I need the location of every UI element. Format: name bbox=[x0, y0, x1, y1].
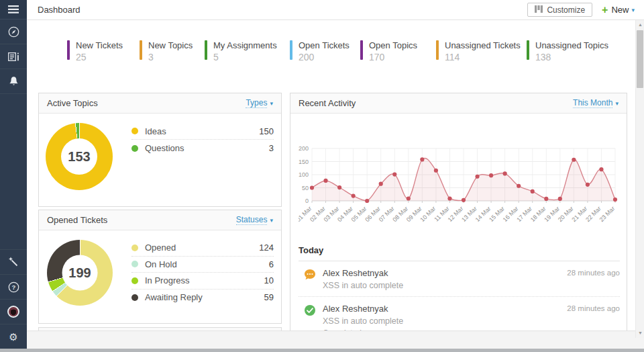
gear-icon: ⚙ bbox=[9, 332, 17, 342]
recent-activity-card: Recent Activity This Month▾ 050100150200… bbox=[290, 93, 627, 331]
chevron-down-icon: ▾ bbox=[270, 100, 273, 107]
legend-value: 124 bbox=[259, 243, 274, 253]
stat-value: 170 bbox=[369, 52, 417, 62]
stat-my-assignments[interactable]: My Assignments5 bbox=[205, 40, 277, 62]
stat-open-tickets[interactable]: Open Tickets200 bbox=[290, 40, 350, 62]
stat-open-topics[interactable]: Open Topics170 bbox=[360, 40, 417, 62]
stat-label: Unassigned Topics bbox=[535, 40, 608, 50]
svg-text:0: 0 bbox=[305, 197, 309, 204]
chevron-down-icon: ▾ bbox=[615, 100, 619, 107]
stat-new-topics[interactable]: New Topics3 bbox=[140, 40, 193, 62]
active-topics-donut-chart: 153 bbox=[46, 123, 113, 190]
card-title: Recent Activity bbox=[299, 98, 356, 108]
legend-label: Opened bbox=[145, 243, 259, 253]
svg-text:100: 100 bbox=[299, 171, 309, 178]
newsfeed-icon bbox=[8, 52, 19, 62]
stat-color-bar bbox=[205, 40, 207, 60]
avatar bbox=[7, 306, 19, 318]
legend-dot bbox=[131, 128, 138, 134]
active-topics-legend: Ideas 150 Questions 3 bbox=[131, 123, 274, 157]
sidebar-item-feed[interactable] bbox=[0, 44, 27, 69]
svg-text:?: ? bbox=[11, 283, 15, 291]
activity-chart: 05010015020001 Mar02 Mar03 Mar04 Mar05 M… bbox=[299, 139, 621, 239]
legend-row: Opened 124 bbox=[131, 240, 274, 257]
activity-user: Alex Reshetnyak bbox=[323, 268, 567, 278]
hamburger-icon bbox=[8, 5, 19, 13]
customize-label: Customize bbox=[547, 5, 585, 15]
new-button[interactable]: + New ▾ bbox=[602, 5, 635, 15]
sidebar-item-notifications[interactable] bbox=[0, 69, 27, 94]
footer-bar bbox=[27, 331, 644, 349]
stat-unassigned-topics[interactable]: Unassigned Topics138 bbox=[527, 40, 608, 62]
statuses-filter-dropdown[interactable]: Statuses▾ bbox=[236, 215, 273, 225]
sidebar-item-help[interactable]: ? bbox=[0, 274, 27, 299]
activity-subject: XSS in auto complete bbox=[323, 281, 567, 290]
svg-text:50: 50 bbox=[302, 185, 309, 191]
types-filter-dropdown[interactable]: Types▾ bbox=[246, 98, 273, 108]
sidebar-item-explore[interactable] bbox=[0, 19, 27, 44]
stat-color-bar bbox=[67, 40, 70, 60]
vertical-scrollbar[interactable]: ▲ ▼ bbox=[635, 20, 644, 338]
plus-icon: + bbox=[602, 5, 608, 15]
legend-value: 6 bbox=[269, 259, 274, 269]
donut-total: 199 bbox=[62, 255, 98, 291]
opened-tickets-donut-chart: 199 bbox=[47, 240, 113, 306]
activity-timestamp: 28 minutes ago bbox=[567, 269, 620, 290]
stat-unassigned-tickets[interactable]: Unassigned Tickets114 bbox=[436, 40, 521, 62]
window-bottom-edge bbox=[0, 349, 644, 352]
menu-toggle-button[interactable] bbox=[0, 0, 27, 19]
card-title: Opened Tickets bbox=[47, 215, 107, 225]
legend-row: Awaiting Reply 59 bbox=[131, 290, 274, 306]
scrollbar-thumb[interactable] bbox=[637, 30, 643, 88]
page-title: Dashboard bbox=[38, 5, 80, 15]
topbar: Dashboard Customize + New ▾ bbox=[27, 0, 644, 20]
help-icon: ? bbox=[8, 281, 19, 293]
chevron-down-icon: ▾ bbox=[631, 7, 635, 13]
donut-total: 153 bbox=[61, 138, 97, 175]
scroll-up-arrow[interactable]: ▲ bbox=[636, 21, 644, 29]
svg-text:200: 200 bbox=[299, 145, 309, 152]
legend-row: On Hold 6 bbox=[131, 257, 274, 273]
activity-item[interactable]: Alex Reshetnyak XSS in auto complete 28 … bbox=[299, 261, 620, 297]
bell-icon bbox=[9, 76, 19, 87]
today-section: Today Alex Reshetnyak XSS in auto comple… bbox=[299, 245, 620, 331]
card-title: Active Topics bbox=[47, 98, 98, 108]
svg-text:23 Mar: 23 Mar bbox=[598, 205, 616, 223]
sidebar: ? ⚙ bbox=[0, 0, 27, 349]
legend-dot bbox=[131, 145, 138, 152]
stat-label: New Tickets bbox=[76, 40, 123, 50]
chevron-down-icon: ▾ bbox=[270, 217, 273, 224]
legend-dot bbox=[131, 294, 138, 301]
legend-label: Questions bbox=[145, 143, 269, 153]
comment-icon bbox=[304, 269, 316, 281]
activity-timestamp: 28 minutes ago bbox=[567, 304, 620, 331]
stat-new-tickets[interactable]: New Tickets25 bbox=[67, 40, 123, 62]
customize-button[interactable]: Customize bbox=[527, 3, 592, 17]
period-filter-dropdown[interactable]: This Month▾ bbox=[573, 98, 619, 108]
legend-label: Awaiting Reply bbox=[145, 292, 264, 302]
legend-value: 59 bbox=[264, 292, 274, 302]
svg-text:150: 150 bbox=[299, 159, 309, 165]
sidebar-bottom-group: ? ⚙ bbox=[0, 249, 27, 349]
activity-texts: Alex Reshetnyak XSS in auto complete Com… bbox=[323, 304, 567, 331]
activity-item[interactable]: Alex Reshetnyak XSS in auto complete Com… bbox=[299, 297, 620, 331]
opened-tickets-legend: Opened 124 On Hold 6 In Progress 10 Awai… bbox=[131, 240, 274, 306]
legend-dot bbox=[131, 277, 138, 284]
stat-label: Open Tickets bbox=[299, 40, 350, 50]
activity-texts: Alex Reshetnyak XSS in auto complete bbox=[323, 268, 567, 290]
legend-label: Ideas bbox=[145, 126, 259, 136]
stat-label: Open Topics bbox=[369, 40, 417, 50]
active-topics-header: Active Topics Types▾ bbox=[39, 93, 281, 114]
recent-activity-header: Recent Activity This Month▾ bbox=[290, 93, 627, 114]
dashboard-grid-icon bbox=[535, 5, 543, 15]
scroll-down-arrow[interactable]: ▼ bbox=[636, 329, 644, 337]
sidebar-item-tools[interactable] bbox=[0, 249, 27, 274]
active-topics-card: Active Topics Types▾ 153 Ideas 150 Quest… bbox=[38, 93, 282, 207]
sidebar-item-settings[interactable]: ⚙ bbox=[0, 324, 27, 349]
legend-value: 3 bbox=[269, 143, 274, 153]
sidebar-item-profile[interactable] bbox=[0, 299, 27, 324]
opened-tickets-header: Opened Tickets Statuses▾ bbox=[39, 210, 281, 230]
legend-value: 10 bbox=[264, 275, 274, 285]
magic-wand-icon bbox=[8, 257, 19, 267]
legend-row: Questions 3 bbox=[131, 140, 274, 157]
